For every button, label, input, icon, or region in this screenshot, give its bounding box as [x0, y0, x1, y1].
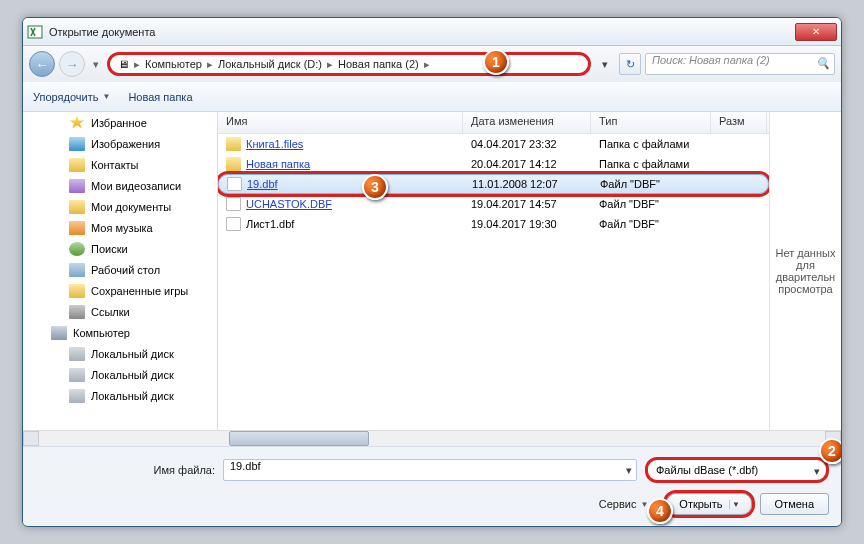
sidebar-item[interactable]: Локальный диск — [23, 364, 217, 385]
sidebar-item[interactable]: Избранное — [23, 112, 217, 133]
column-headers: Имя Дата изменения Тип Разм — [218, 112, 769, 134]
file-icon — [227, 177, 242, 191]
annotation-marker-1: 1 — [483, 49, 509, 75]
folder-icon — [69, 263, 85, 277]
folder-icon — [69, 221, 85, 235]
file-date: 11.01.2008 12:07 — [464, 178, 592, 190]
sidebar-item-label: Сохраненные игры — [91, 285, 188, 297]
folder-icon — [69, 179, 85, 193]
footer: Имя файла: 19.dbf ▾ Файлы dBase (*.dbf) … — [23, 446, 841, 525]
folder-icon — [51, 326, 67, 340]
back-button[interactable]: ← — [29, 51, 55, 77]
col-type[interactable]: Тип — [591, 112, 711, 133]
new-folder-button[interactable]: Новая папка — [128, 91, 192, 103]
breadcrumb-segment[interactable]: Локальный диск (D:) — [218, 58, 322, 70]
file-type: Папка с файлами — [591, 158, 711, 170]
sidebar-scroll[interactable]: ИзбранноеИзображенияКонтактыМои видеозап… — [23, 112, 217, 430]
filename-input[interactable]: 19.dbf ▾ — [223, 459, 637, 481]
folder-icon — [69, 116, 85, 130]
file-row[interactable]: UCHASTOK.DBF 19.04.2017 14:57 Файл "DBF" — [218, 194, 769, 214]
toolbar: Упорядочить ▼ Новая папка — [23, 82, 841, 112]
file-row[interactable]: 19.dbf 11.01.2008 12:07 Файл "DBF" — [218, 174, 769, 194]
forward-button[interactable]: → — [59, 51, 85, 77]
col-size[interactable]: Разм — [711, 112, 767, 133]
chevron-right-icon[interactable]: ▸ — [134, 58, 140, 71]
sidebar-item[interactable]: Изображения — [23, 133, 217, 154]
col-name[interactable]: Имя — [218, 112, 463, 133]
sidebar-item-label: Мои документы — [91, 201, 171, 213]
sidebar-item-label: Ссылки — [91, 306, 130, 318]
sidebar-item-label: Изображения — [91, 138, 160, 150]
breadcrumb[interactable]: 🖥 ▸ Компьютер ▸ Локальный диск (D:) ▸ Но… — [107, 52, 591, 76]
service-menu[interactable]: Сервис ▼ — [599, 498, 649, 510]
annotation-marker-2: 2 — [819, 438, 842, 464]
open-button[interactable]: Открыть ▼ — [666, 493, 751, 515]
sidebar-item[interactable]: Сохраненные игры — [23, 280, 217, 301]
sidebar-item[interactable]: Рабочий стол — [23, 259, 217, 280]
folder-icon — [69, 305, 85, 319]
file-date: 19.04.2017 14:57 — [463, 198, 591, 210]
folder-icon — [69, 347, 85, 361]
search-placeholder: Поиск: Новая папка (2) — [652, 54, 770, 66]
folder-icon — [69, 284, 85, 298]
sidebar-item-label: Компьютер — [73, 327, 130, 339]
file-name: 19.dbf — [247, 178, 278, 190]
sidebar-item[interactable]: Контакты — [23, 154, 217, 175]
sidebar-item-label: Локальный диск — [91, 348, 174, 360]
sidebar-item[interactable]: Мои видеозаписи — [23, 175, 217, 196]
sidebar-item[interactable]: Локальный диск — [23, 385, 217, 406]
file-open-dialog: Открытие документа ✕ ← → ▾ 🖥 ▸ Компьютер… — [22, 17, 842, 527]
file-row[interactable]: Лист1.dbf 19.04.2017 19:30 Файл "DBF" — [218, 214, 769, 234]
chevron-right-icon[interactable]: ▸ — [207, 58, 213, 71]
file-row[interactable]: Новая папка 20.04.2017 14:12 Папка с фай… — [218, 154, 769, 174]
sidebar-item-label: Контакты — [91, 159, 139, 171]
sidebar-item[interactable]: Ссылки — [23, 301, 217, 322]
sidebar-item-label: Мои видеозаписи — [91, 180, 181, 192]
preview-text: Нет данных для дварительн просмотра — [774, 247, 837, 295]
refresh-button[interactable]: ↻ — [619, 53, 641, 75]
search-input[interactable]: Поиск: Новая папка (2) 🔍 — [645, 53, 835, 75]
breadcrumb-dropdown[interactable]: ▾ — [595, 58, 615, 71]
sidebar-item-label: Локальный диск — [91, 390, 174, 402]
sidebar-item-label: Моя музыка — [91, 222, 153, 234]
file-name: Книга1.files — [246, 138, 303, 150]
navbar: ← → ▾ 🖥 ▸ Компьютер ▸ Локальный диск (D:… — [23, 46, 841, 82]
file-type: Файл "DBF" — [592, 178, 712, 190]
open-split-dropdown[interactable]: ▼ — [729, 500, 743, 509]
sidebar-item[interactable]: Моя музыка — [23, 217, 217, 238]
folder-icon — [69, 242, 85, 256]
chevron-right-icon[interactable]: ▸ — [327, 58, 333, 71]
file-list: Имя Дата изменения Тип Разм Книга1.files… — [218, 112, 769, 430]
folder-icon — [69, 368, 85, 382]
nav-history-dropdown[interactable]: ▾ — [89, 51, 103, 77]
scroll-thumb[interactable] — [229, 431, 369, 446]
file-rows[interactable]: Книга1.files 04.04.2017 23:32 Папка с фа… — [218, 134, 769, 430]
file-row[interactable]: Книга1.files 04.04.2017 23:32 Папка с фа… — [218, 134, 769, 154]
sidebar-item[interactable]: Поиски — [23, 238, 217, 259]
sidebar-item-label: Рабочий стол — [91, 264, 160, 276]
sidebar-item-label: Локальный диск — [91, 369, 174, 381]
dialog-body: ИзбранноеИзображенияКонтактыМои видеозап… — [23, 112, 841, 430]
chevron-right-icon[interactable]: ▸ — [424, 58, 430, 71]
chevron-down-icon[interactable]: ▾ — [626, 464, 632, 477]
organize-menu[interactable]: Упорядочить ▼ — [33, 91, 110, 103]
cancel-button[interactable]: Отмена — [760, 493, 829, 515]
breadcrumb-segment[interactable]: Компьютер — [145, 58, 202, 70]
breadcrumb-segment[interactable]: Новая папка (2) — [338, 58, 419, 70]
sidebar-item[interactable]: Мои документы — [23, 196, 217, 217]
filetype-filter[interactable]: Файлы dBase (*.dbf) ▾ — [645, 457, 829, 483]
file-type: Папка с файлами — [591, 138, 711, 150]
scroll-left-button[interactable] — [23, 431, 39, 446]
horizontal-scrollbar[interactable] — [23, 430, 841, 446]
col-date[interactable]: Дата изменения — [463, 112, 591, 133]
folder-icon — [69, 137, 85, 151]
sidebar-item-label: Поиски — [91, 243, 128, 255]
filename-label: Имя файла: — [35, 464, 215, 476]
close-button[interactable]: ✕ — [795, 23, 837, 41]
svg-rect-0 — [28, 26, 42, 38]
sidebar-item[interactable]: Компьютер — [23, 322, 217, 343]
chevron-down-icon[interactable]: ▾ — [814, 465, 820, 478]
file-date: 20.04.2017 14:12 — [463, 158, 591, 170]
file-type: Файл "DBF" — [591, 198, 711, 210]
sidebar-item[interactable]: Локальный диск — [23, 343, 217, 364]
